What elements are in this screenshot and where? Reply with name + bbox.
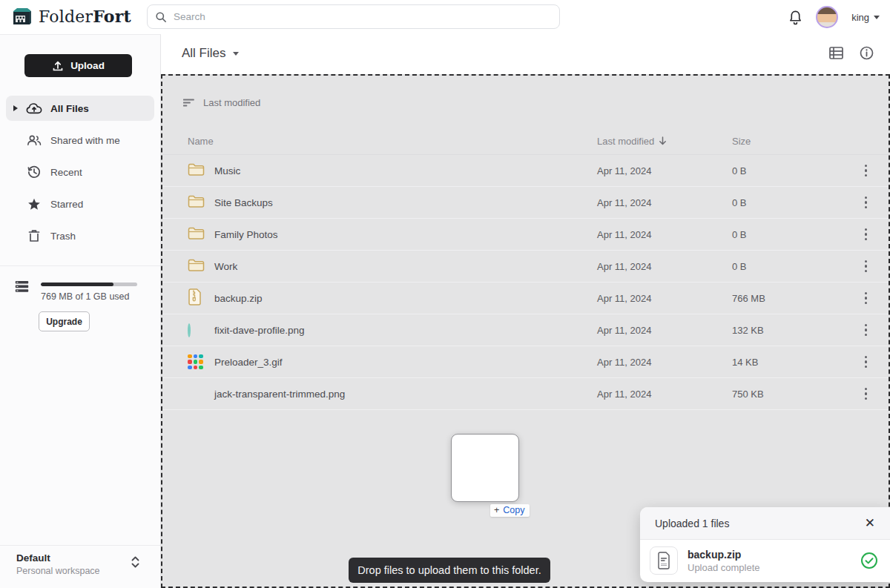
file-icon-slot (188, 288, 214, 308)
file-name: Preloader_3.gif (214, 357, 597, 368)
file-row[interactable]: Site Backups Apr 11, 2024 0 B (162, 187, 889, 219)
sidebar-divider (0, 265, 160, 266)
upload-button[interactable]: Upload (24, 54, 132, 77)
main-toolbar: All Files (161, 34, 890, 74)
sidebar-item-starred[interactable]: Starred (6, 191, 154, 217)
workspace-toggle-icon[interactable] (131, 556, 139, 568)
file-row[interactable]: Work Apr 11, 2024 0 B (162, 251, 889, 283)
file-icon-slot (188, 258, 214, 274)
drag-copy-badge: + Copy (490, 504, 530, 517)
sidebar-item-recent[interactable]: Recent (6, 159, 154, 185)
upload-status: Upload complete (688, 562, 851, 573)
row-menu-icon[interactable] (859, 289, 874, 308)
column-header-size[interactable]: Size (732, 136, 843, 147)
upgrade-button[interactable]: Upgrade (39, 311, 90, 331)
file-name: Work (214, 261, 597, 272)
file-name: backup.zip (214, 293, 597, 304)
column-header-modified[interactable]: Last modified (597, 136, 732, 147)
file-icon-slot (188, 226, 214, 242)
table-header: Name Last modified Size (162, 132, 889, 150)
user-avatar[interactable] (816, 6, 838, 28)
upload-panel-header: Uploaded 1 files ✕ (640, 507, 890, 540)
search-bar[interactable] (147, 4, 560, 29)
drag-ghost-preview (451, 434, 519, 502)
trash-icon (26, 229, 42, 242)
upload-button-label: Upload (70, 60, 105, 71)
row-menu-icon[interactable] (859, 257, 874, 276)
close-icon[interactable]: ✕ (865, 517, 875, 529)
sort-label: Last modified (203, 97, 260, 108)
upload-panel-item[interactable]: backup.zip Upload complete (640, 540, 890, 581)
workspace-name: Default (16, 552, 50, 564)
file-table-body: Music Apr 11, 2024 0 B Site Backups Apr … (162, 154, 889, 410)
sidebar-item-label: Trash (50, 231, 76, 242)
file-size: 132 KB (732, 325, 843, 336)
sidebar-nav: All Files Shared with me (0, 96, 160, 255)
sidebar-item-label: Shared with me (50, 135, 120, 146)
search-input[interactable] (174, 11, 552, 22)
uploaded-file-name: backup.zip (688, 549, 851, 561)
brand-logo[interactable]: FolderFort (10, 5, 131, 27)
row-menu-icon[interactable] (859, 321, 874, 340)
header-actions: king (788, 0, 880, 34)
row-menu-icon[interactable] (859, 385, 874, 403)
file-modified: Apr 11, 2024 (597, 325, 732, 336)
file-icon-slot (188, 162, 214, 179)
page-title-dropdown[interactable]: All Files (182, 46, 239, 61)
list-view-icon[interactable] (829, 47, 843, 59)
info-icon[interactable] (860, 46, 874, 60)
row-menu-icon[interactable] (859, 353, 874, 371)
upload-progress-panel: Uploaded 1 files ✕ backup.zip Upload com… (640, 507, 890, 582)
row-menu-icon[interactable] (859, 194, 874, 212)
cloud-upload-icon (26, 102, 42, 114)
file-icon-slot (188, 354, 214, 370)
notifications-bell-icon[interactable] (788, 10, 802, 25)
file-row[interactable]: Preloader_3.gif Apr 11, 2024 14 KB (162, 346, 889, 378)
upload-icon (52, 60, 64, 72)
drop-files-toast: Drop files to upload them to this folder… (349, 558, 550, 583)
sidebar-item-trash[interactable]: Trash (6, 223, 154, 248)
folder-icon (188, 226, 205, 240)
file-row[interactable]: jack-transparent-trimmed.png Apr 11, 202… (162, 378, 889, 410)
file-row[interactable]: Music Apr 11, 2024 0 B (162, 155, 889, 187)
file-modified: Apr 11, 2024 (597, 261, 732, 272)
file-name: Family Photos (214, 229, 597, 240)
top-header: FolderFort king (0, 0, 890, 34)
sidebar-item-label: All Files (50, 103, 89, 114)
folder-icon (188, 258, 205, 272)
file-modified: Apr 11, 2024 (597, 197, 732, 208)
sidebar: Upload All Files (0, 34, 161, 588)
upload-item-texts: backup.zip Upload complete (688, 549, 851, 573)
file-modified: Apr 11, 2024 (597, 293, 732, 304)
image-thumbnail-avatar (188, 323, 191, 337)
file-size: 0 B (732, 229, 843, 240)
folder-icon (188, 194, 205, 208)
sort-icon (183, 99, 194, 107)
chevron-down-icon (233, 52, 239, 56)
page-title: All Files (182, 46, 226, 61)
file-row[interactable]: fixit-dave-profile.png Apr 11, 2024 132 … (162, 314, 889, 346)
file-name: jack-transparent-trimmed.png (214, 389, 597, 400)
sort-desc-arrow-icon (659, 136, 667, 145)
file-row[interactable]: Family Photos Apr 11, 2024 0 B (162, 219, 889, 251)
plus-icon: + (494, 505, 499, 515)
sort-control[interactable]: Last modified (183, 97, 260, 108)
upload-panel-title: Uploaded 1 files (655, 518, 729, 529)
file-icon-slot (188, 325, 214, 336)
sidebar-item-all-files[interactable]: All Files (6, 96, 154, 121)
user-menu[interactable]: king (851, 12, 880, 23)
expand-arrow-icon[interactable] (13, 105, 18, 111)
sidebar-item-shared-with-me[interactable]: Shared with me (6, 128, 154, 153)
zip-file-icon (188, 288, 202, 305)
file-row[interactable]: backup.zip Apr 11, 2024 766 MB (162, 283, 889, 314)
row-menu-icon[interactable] (859, 225, 874, 244)
search-icon (155, 11, 167, 23)
storage-progress-bar (41, 283, 137, 286)
column-header-name[interactable]: Name (188, 136, 597, 147)
user-name-label: king (851, 12, 869, 23)
file-name: fixit-dave-profile.png (214, 325, 597, 336)
file-modified: Apr 11, 2024 (597, 165, 732, 176)
sidebar-item-label: Recent (50, 167, 82, 178)
workspace-switcher[interactable]: Default Personal workspace (0, 545, 160, 588)
row-menu-icon[interactable] (859, 162, 874, 180)
